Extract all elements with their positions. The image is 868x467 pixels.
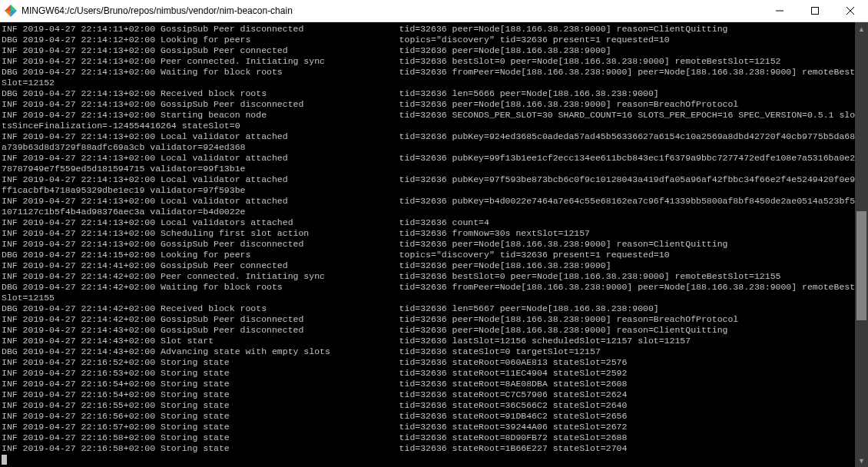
scroll-thumb[interactable]	[856, 211, 866, 320]
log-line: DBG 2019-04-27 22:14:42+02:00 Received b…	[2, 303, 855, 314]
log-line: INF 2019-04-27 22:14:41+02:00 GossipSub …	[2, 260, 855, 271]
log-line: DBG 2019-04-27 22:14:42+02:00 Waiting fo…	[2, 282, 855, 293]
log-line: INF 2019-04-27 22:16:58+02:00 Storing st…	[2, 443, 855, 454]
log-line: DBG 2019-04-27 22:14:43+02:00 Advancing …	[2, 346, 855, 357]
window-controls	[762, 0, 868, 22]
log-line: INF 2019-04-27 22:14:13+02:00 GossipSub …	[2, 45, 855, 56]
log-line: INF 2019-04-27 22:14:42+02:00 Peer conne…	[2, 271, 855, 282]
log-line: DBG 2019-04-27 22:14:12+02:00 Looking fo…	[2, 35, 855, 45]
log-line: INF 2019-04-27 22:14:43+02:00 GossipSub …	[2, 325, 855, 336]
log-line: INF 2019-04-27 22:16:55+02:00 Storing st…	[2, 400, 855, 411]
log-line: DBG 2019-04-27 22:14:15+02:00 Looking fo…	[2, 250, 855, 260]
log-line: INF 2019-04-27 22:14:11+02:00 GossipSub …	[2, 24, 855, 35]
log-line: INF 2019-04-27 22:14:43+02:00 Slot start…	[2, 336, 855, 346]
minimize-button[interactable]	[762, 0, 797, 22]
maximize-button[interactable]	[797, 0, 833, 22]
log-line: INF 2019-04-27 22:16:57+02:00 Storing st…	[2, 422, 855, 432]
log-line: DBG 2019-04-27 22:14:13+02:00 Received b…	[2, 88, 855, 99]
svg-marker-2	[11, 11, 17, 17]
scrollbar[interactable]: ▲ ▼	[855, 22, 868, 467]
log-line: INF 2019-04-27 22:14:13+02:00 Starting b…	[2, 110, 855, 121]
log-line: INF 2019-04-27 22:16:54+02:00 Storing st…	[2, 379, 855, 389]
cursor	[2, 455, 7, 465]
log-line: INF 2019-04-27 22:16:54+02:00 Storing st…	[2, 389, 855, 400]
log-line: INF 2019-04-27 22:16:56+02:00 Storing st…	[2, 411, 855, 422]
log-line: INF 2019-04-27 22:14:13+02:00 Local vali…	[2, 217, 855, 228]
log-line: 1071127c1b5f4b4ad98376aec3a validator=b4…	[2, 207, 855, 217]
scroll-track[interactable]	[855, 35, 868, 454]
log-line: INF 2019-04-27 22:16:58+02:00 Storing st…	[2, 432, 855, 443]
scroll-up-arrow[interactable]: ▲	[855, 22, 868, 35]
log-line: ff1cacbfb4718a95329dbe1ec19 validator=97…	[2, 185, 855, 196]
log-line: INF 2019-04-27 22:14:42+02:00 GossipSub …	[2, 314, 855, 325]
log-line: Slot=12155	[2, 293, 855, 303]
svg-rect-6	[812, 8, 819, 15]
log-line: INF 2019-04-27 22:14:13+02:00 Local vali…	[2, 196, 855, 207]
log-line: INF 2019-04-27 22:16:52+02:00 Storing st…	[2, 357, 855, 368]
terminal-wrap: INF 2019-04-27 22:14:11+02:00 GossipSub …	[0, 22, 868, 467]
log-line: INF 2019-04-27 22:14:13+02:00 Local vali…	[2, 153, 855, 164]
log-line: 78787949e7f559ed5d181594715 validator=99…	[2, 164, 855, 174]
log-line: tsSinceFinalization=-124554416264 stateS…	[2, 121, 855, 131]
log-line: DBG 2019-04-27 22:14:13+02:00 Waiting fo…	[2, 67, 855, 78]
log-line: INF 2019-04-27 22:14:13+02:00 GossipSub …	[2, 99, 855, 110]
svg-marker-3	[5, 11, 11, 17]
log-line: a739b63d8d3729f88adfc69a3cb validator=92…	[2, 142, 855, 153]
window-title: MINGW64:/c/Users/Bruno/repos/nimbus/vend…	[22, 5, 762, 16]
log-line: INF 2019-04-27 22:14:13+02:00 Local vali…	[2, 174, 855, 185]
terminal[interactable]: INF 2019-04-27 22:14:11+02:00 GossipSub …	[0, 22, 855, 467]
svg-marker-1	[11, 5, 17, 11]
scroll-down-arrow[interactable]: ▼	[855, 454, 868, 467]
cursor-line	[2, 454, 855, 465]
log-line: INF 2019-04-27 22:16:53+02:00 Storing st…	[2, 368, 855, 379]
log-line: INF 2019-04-27 22:14:13+02:00 GossipSub …	[2, 239, 855, 250]
log-line: INF 2019-04-27 22:14:13+02:00 Scheduling…	[2, 228, 855, 239]
app-icon	[5, 5, 17, 17]
svg-marker-4	[5, 5, 11, 11]
log-line: INF 2019-04-27 22:14:13+02:00 Local vali…	[2, 131, 855, 142]
log-line: INF 2019-04-27 22:14:13+02:00 Peer conne…	[2, 56, 855, 67]
log-line: Slot=12152	[2, 78, 855, 88]
titlebar[interactable]: MINGW64:/c/Users/Bruno/repos/nimbus/vend…	[0, 0, 868, 22]
close-button[interactable]	[833, 0, 868, 22]
